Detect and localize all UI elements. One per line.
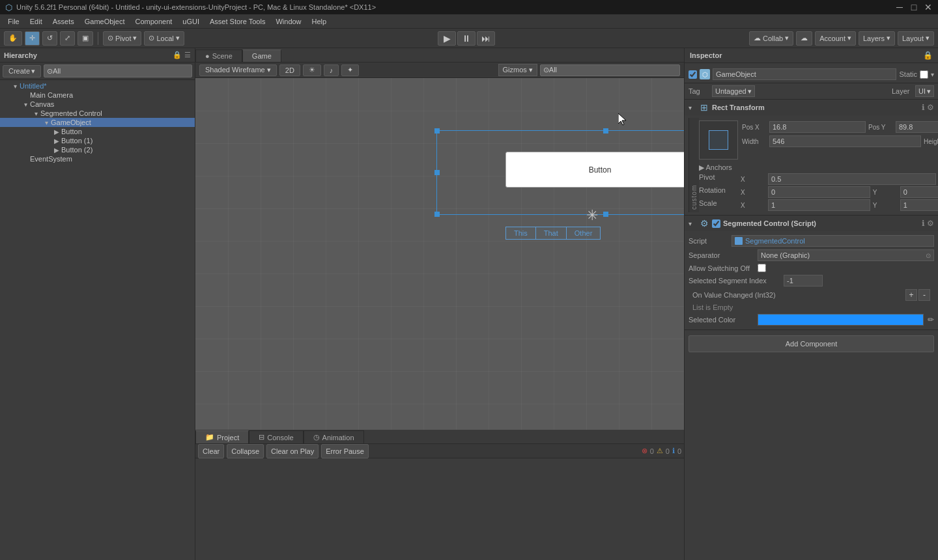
tree-item-canvas[interactable]: ▾ Canvas [0,100,195,109]
hierarchy-menu-icon[interactable]: ☰ [184,51,191,59]
tree-item-untitled[interactable]: ▾ Untitled* [0,81,195,91]
script-field[interactable]: SegmentedControl [732,235,934,247]
seg-item-other[interactable]: Other [567,227,601,240]
scene-button-element[interactable]: Button [505,152,684,188]
separator-field[interactable]: None (Graphic) ⊙ [758,249,934,261]
menu-assetstore[interactable]: Asset Store Tools [205,16,270,27]
add-event-btn[interactable]: + [905,289,917,301]
menu-component[interactable]: Component [130,16,177,27]
allow-switching-checkbox[interactable] [758,264,766,272]
rect-tool-btn[interactable]: ▣ [78,31,93,46]
gizmos-btn[interactable]: Gizmos ▾ [498,64,537,76]
seg-item-that[interactable]: That [536,227,567,240]
scale-x-label: X [741,202,767,209]
audio-btn[interactable]: ♪ [324,64,339,76]
remove-event-btn[interactable]: - [918,289,930,301]
menu-ugui[interactable]: uGUI [177,16,205,27]
pivot-btn[interactable]: ⊙ Pivot ▾ [103,31,141,46]
error-pause-btn[interactable]: Error Pause [321,444,369,458]
move-tool-btn[interactable]: ✛ [25,31,40,46]
go-name-input[interactable] [713,68,896,80]
width-input[interactable] [769,135,921,147]
menu-edit[interactable]: Edit [25,16,48,27]
collab-btn[interactable]: ☁ Collab ▾ [749,31,793,46]
step-btn[interactable]: ⏭ [477,31,495,46]
tree-item-button[interactable]: ▶ Button [0,127,195,136]
menu-file[interactable]: File [3,16,25,27]
lighting-btn[interactable]: ☀ [303,64,321,76]
sc-menu-icon[interactable]: ⚙ [927,219,934,228]
pos-x-input[interactable] [769,121,866,133]
maximize-btn[interactable]: □ [909,3,918,12]
create-btn[interactable]: Create ▾ [3,65,41,77]
scene-search[interactable] [540,64,680,76]
tab-animation[interactable]: ◷ Animation [304,430,364,443]
shading-btn[interactable]: Shaded Wireframe ▾ [199,64,277,76]
tree-item-gameobject[interactable]: ▾ GameObject [0,118,195,127]
tab-project[interactable]: 📁 Project [195,430,249,443]
menu-gameobject[interactable]: GameObject [79,16,130,27]
effects-btn[interactable]: ✦ [341,64,359,76]
tree-item-eventsystem[interactable]: EventSystem [0,154,195,163]
selected-index-input[interactable] [784,275,823,287]
play-btn[interactable]: ▶ [438,31,456,46]
clear-on-play-btn[interactable]: Clear on Play [266,444,319,458]
hierarchy-lock-icon[interactable]: 🔒 [173,51,182,59]
rot-x-input[interactable] [768,186,870,198]
rotate-tool-btn[interactable]: ↺ [42,31,57,46]
rot-x-label: X [741,189,767,196]
rt-menu-icon[interactable]: ⚙ [927,103,934,112]
go-enabled-checkbox[interactable] [689,70,697,79]
pos-y-input[interactable] [896,121,938,133]
sc-header[interactable]: ▾ ⚙ Segmented Control (Script) ℹ ⚙ [685,216,938,231]
sc-info-icon[interactable]: ℹ [922,219,925,228]
pause-btn[interactable]: ⏸ [457,31,476,46]
layer-dropdown[interactable]: UI ▾ [915,85,934,97]
bottom-content [195,458,684,560]
cloud-btn[interactable]: ☁ [796,31,812,46]
inspector-lock-icon[interactable]: 🔒 [923,51,933,60]
scale-y-input[interactable] [900,199,938,211]
scale-tool-btn[interactable]: ⤢ [60,31,75,46]
tab-console[interactable]: ⊟ Console [249,430,303,443]
tree-item-button2[interactable]: ▶ Button (2) [0,145,195,154]
local-btn[interactable]: ⊙ Local ▾ [144,31,184,46]
sc-enabled-checkbox[interactable] [712,219,720,228]
minimize-btn[interactable]: ─ [895,3,904,12]
close-btn[interactable]: ✕ [924,3,933,12]
scene-tab[interactable]: ● Scene [195,49,242,62]
account-btn[interactable]: Account ▾ [815,31,856,46]
static-dropdown-icon[interactable]: ▾ [931,71,934,78]
tree-item-segmented[interactable]: ▾ Segmented Control [0,109,195,118]
2d-btn[interactable]: 2D [279,64,300,76]
layers-btn[interactable]: Layers ▾ [859,31,895,46]
anchors-expand[interactable]: ▶ Anchors [699,163,732,172]
menu-assets[interactable]: Assets [48,16,79,27]
rot-y-input[interactable] [900,186,938,198]
clear-btn[interactable]: Clear [198,444,224,458]
scene-crosshair-icon[interactable]: ✳ [586,207,598,224]
add-component-btn[interactable]: Add Component [689,335,934,352]
pos-y-group: Pos Y [868,120,938,133]
hand-tool-btn[interactable]: ✋ [4,31,22,46]
menu-window[interactable]: Window [270,16,306,27]
rt-info-icon[interactable]: ℹ [922,103,925,112]
hierarchy-search[interactable] [44,64,192,77]
anchor-graphic[interactable] [699,120,738,160]
scale-x-input[interactable] [768,199,870,211]
tag-dropdown[interactable]: Untagged ▾ [712,85,755,97]
color-swatch[interactable] [758,314,924,326]
color-picker-icon[interactable]: ✏ [928,315,934,324]
layout-btn[interactable]: Layout ▾ [898,31,934,46]
label-button1: Button (1) [61,137,92,145]
rect-transform-header[interactable]: ▾ ⊞ Rect Transform ℹ ⚙ [685,100,938,115]
pivot-x-input[interactable] [768,173,936,185]
seg-item-this[interactable]: This [505,227,536,240]
menu-help[interactable]: Help [307,16,332,27]
game-tab[interactable]: Game [242,49,281,62]
static-checkbox[interactable] [920,70,928,79]
rt-fields-area: Pos X Pos Y Pos Z [699,118,938,212]
tree-item-button1[interactable]: ▶ Button (1) [0,136,195,145]
collapse-btn[interactable]: Collapse [227,444,264,458]
tree-item-maincamera[interactable]: Main Camera [0,91,195,100]
